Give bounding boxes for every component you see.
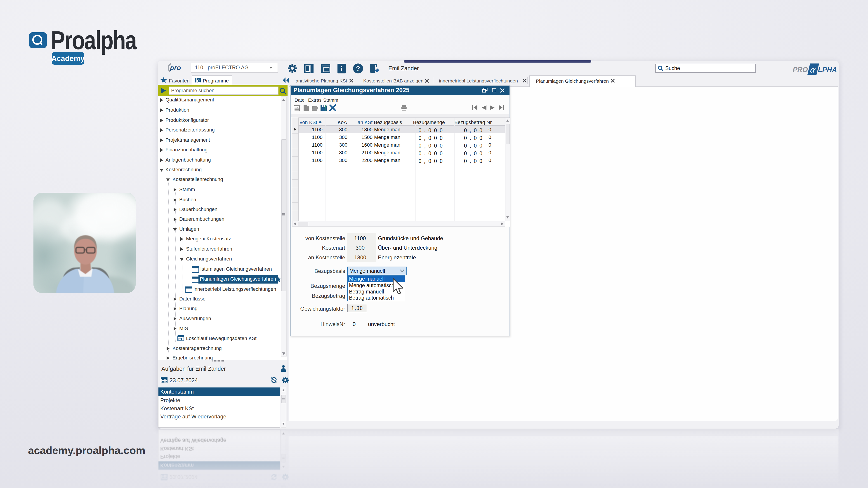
svg-text:LPHA: LPHA — [817, 66, 838, 74]
svg-text:pro: pro — [170, 64, 181, 71]
svg-text:PRO: PRO — [792, 66, 809, 74]
